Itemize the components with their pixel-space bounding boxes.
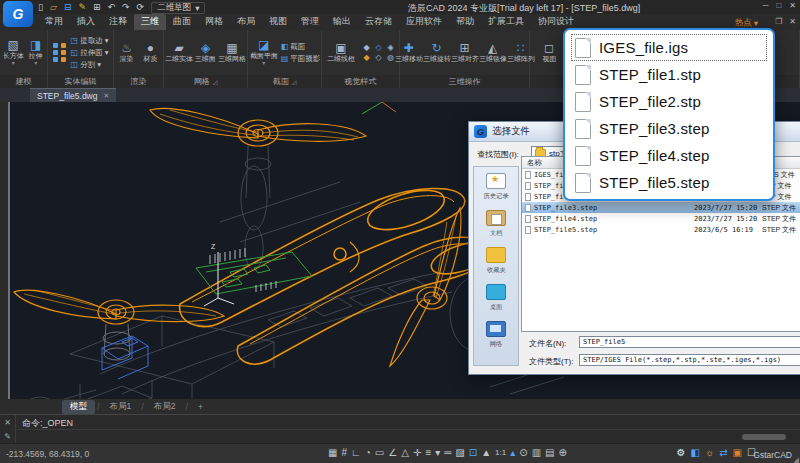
redo-icon[interactable]: ↷ bbox=[122, 3, 130, 12]
visual-style-icon[interactable]: ◇ bbox=[373, 43, 384, 52]
transparency-icon[interactable]: ▨ bbox=[455, 448, 464, 458]
extrude-face-button[interactable]: ◱ 拉伸面 ▾ bbox=[71, 48, 109, 58]
hint-bulb-icon[interactable]: ☼ bbox=[705, 448, 714, 458]
callout-item[interactable]: STEP_file5.step bbox=[571, 169, 767, 196]
callout-item[interactable]: STEP_file3.step bbox=[571, 115, 767, 142]
undo-icon[interactable]: ↶ bbox=[108, 3, 116, 12]
file-row-selected[interactable]: STEP_file3.step 2023/7/27 15:20 STEP 文件 bbox=[522, 202, 800, 213]
tab-annotate[interactable]: 注释 bbox=[102, 14, 134, 30]
close-button[interactable]: ✕ bbox=[789, 1, 796, 10]
model-space-icon[interactable]: ◧ bbox=[691, 448, 700, 458]
tab-express-tools[interactable]: 扩展工具 bbox=[481, 14, 531, 30]
solid-edit-mini-tools[interactable] bbox=[53, 43, 67, 62]
resize-grip-icon[interactable]: ◢ bbox=[794, 456, 799, 463]
callout-item[interactable]: STEP_file2.stp bbox=[571, 88, 767, 115]
command-close-icon[interactable]: ✕ bbox=[4, 418, 11, 427]
tab-view[interactable]: 视图 bbox=[262, 14, 294, 30]
tab-layout1[interactable]: 布局1 bbox=[102, 400, 140, 414]
clean-screen-icon[interactable]: ⊕ bbox=[559, 448, 567, 458]
add-layout-button[interactable]: + bbox=[190, 401, 211, 413]
3d-move-button[interactable]: ✚ 三维移动 bbox=[396, 42, 422, 63]
file-type-combobox[interactable]: STEP/IGES File(*.step,*.stp,*.ste,*.iges… bbox=[579, 354, 800, 366]
tab-home[interactable]: 常用 bbox=[38, 14, 70, 30]
callout-item[interactable]: STEP_file4.step bbox=[571, 142, 767, 169]
dynamic-ucs-icon[interactable]: ≡ bbox=[425, 448, 431, 458]
app-logo[interactable]: G bbox=[3, 1, 33, 27]
annotation-visibility-icon[interactable]: ▲ bbox=[481, 448, 491, 458]
tab-model[interactable]: 模型 bbox=[62, 400, 95, 414]
mdi-close-button[interactable]: ✕ bbox=[789, 17, 796, 26]
annotation-scale-label[interactable]: 1:1 bbox=[495, 449, 506, 457]
display-icon[interactable]: ▣ bbox=[733, 448, 742, 458]
ortho-icon[interactable]: ∟ bbox=[351, 448, 361, 458]
separate-button[interactable]: ◫ 分割 ▾ bbox=[71, 60, 109, 70]
tab-cloud[interactable]: 云存储 bbox=[358, 14, 399, 30]
dialog-launcher-icon[interactable]: ◿ bbox=[292, 78, 297, 85]
materials-button[interactable]: ● 材质 bbox=[140, 42, 162, 63]
render-button[interactable]: ♨ 渲染 bbox=[116, 42, 138, 63]
new-file-icon[interactable]: ▯ bbox=[38, 3, 43, 12]
mdi-restore-button[interactable]: ❐ bbox=[775, 17, 782, 26]
extrude-button[interactable]: ◨ 拉伸 ▾ bbox=[27, 39, 46, 67]
3d-mesh-button[interactable]: ▦ 三维网格 bbox=[219, 42, 245, 63]
3d-object-snap-icon[interactable]: △ bbox=[401, 448, 409, 458]
dialog-launcher-icon[interactable]: ◿ bbox=[213, 78, 218, 85]
quick-properties-icon[interactable]: ▥ bbox=[532, 448, 541, 458]
tab-apps[interactable]: 应用软件 bbox=[399, 14, 449, 30]
visual-style-gallery[interactable]: ◆ ◇ ◈ ◆ ◇ ◍ bbox=[361, 43, 396, 62]
visual-style-icon[interactable]: ◆ bbox=[361, 43, 372, 52]
open-file-icon[interactable]: ▱ bbox=[50, 3, 57, 12]
maximize-button[interactable]: □ bbox=[776, 1, 781, 10]
osnap-tracking-icon[interactable]: ✛ bbox=[413, 448, 421, 458]
snap-icon[interactable]: ▦ bbox=[328, 448, 337, 458]
visual-style-icon[interactable]: ◇ bbox=[373, 53, 384, 62]
callout-item[interactable]: IGES_file.igs bbox=[571, 34, 767, 61]
sync-arrows-icon[interactable]: ⇄ bbox=[719, 448, 727, 458]
grid-icon[interactable]: # bbox=[341, 448, 347, 458]
extract-edges-button[interactable]: ◳ 提取边 ▾ bbox=[71, 36, 109, 46]
place-desktop[interactable]: 桌面 bbox=[486, 284, 506, 312]
3d-face-button[interactable]: ◈ 三维面 bbox=[194, 42, 217, 63]
save-as-icon[interactable]: ✎ bbox=[78, 3, 86, 12]
object-snap-icon[interactable]: ▭ bbox=[375, 448, 384, 458]
section-button[interactable]: ◧ 截面 bbox=[281, 42, 321, 52]
save-icon[interactable]: ⊟ bbox=[64, 3, 72, 12]
2d-solid-button[interactable]: ▰ 二维实体 bbox=[166, 42, 192, 63]
tab-layout[interactable]: 布局 bbox=[230, 14, 262, 30]
selection-cycling-icon[interactable]: ⊡ bbox=[469, 448, 477, 458]
place-history[interactable]: 历史记录 bbox=[482, 173, 510, 201]
tab-output[interactable]: 输出 bbox=[326, 14, 358, 30]
command-resize-grip[interactable] bbox=[742, 434, 786, 440]
angle-snap-icon[interactable]: ∠ bbox=[388, 448, 397, 458]
print-icon[interactable]: ⊞ bbox=[93, 3, 101, 12]
workspace-switcher[interactable]: 二维草图 ▾ bbox=[151, 2, 205, 14]
callout-item[interactable]: STEP_file1.stp bbox=[571, 61, 767, 88]
command-line-panel[interactable]: ✕ ✎ 命令:_OPEN bbox=[0, 414, 800, 443]
settings-gear-icon[interactable]: ⚙ bbox=[677, 448, 686, 458]
polar-tracking-icon[interactable]: ◔ bbox=[365, 448, 371, 458]
close-icon[interactable]: ✕ bbox=[103, 92, 109, 100]
flatshot-button[interactable]: ▤ 平面摄影 bbox=[281, 54, 321, 64]
tab-mesh[interactable]: 网格 bbox=[198, 14, 230, 30]
file-row[interactable]: STEP_file5.step 2023/6/5 16:19 STEP 文件 bbox=[522, 224, 800, 235]
3d-mirror-button[interactable]: ◭ 三维镜像 bbox=[480, 42, 506, 63]
tab-layout2[interactable]: 布局2 bbox=[146, 400, 184, 414]
tab-manage[interactable]: 管理 bbox=[294, 14, 326, 30]
minimize-button[interactable]: ─ bbox=[763, 1, 769, 10]
tab-insert[interactable]: 插入 bbox=[70, 14, 102, 30]
autoscale-icon[interactable]: ▴ bbox=[510, 448, 515, 458]
annotation-monitor-icon[interactable]: ⊙ bbox=[519, 448, 527, 458]
2d-wireframe-button[interactable]: ▣ 二维线框 bbox=[325, 42, 357, 63]
visual-style-icon[interactable]: ◆ bbox=[361, 53, 372, 62]
3d-align-button[interactable]: ⊞ 三维对齐 bbox=[452, 42, 478, 63]
document-tab[interactable]: STEP_file5.dwg ✕ bbox=[30, 88, 116, 102]
visual-style-icon[interactable]: ◈ bbox=[385, 43, 396, 52]
lineweight-icon[interactable]: ═ bbox=[444, 448, 451, 458]
dynamic-input-icon[interactable]: ▾ bbox=[435, 448, 440, 458]
tab-3d[interactable]: 三维 bbox=[134, 14, 166, 30]
file-name-input[interactable] bbox=[579, 336, 800, 348]
3d-rotate-button[interactable]: ↻ 三维旋转 bbox=[424, 42, 450, 63]
tab-help[interactable]: 帮助 bbox=[449, 14, 481, 30]
box-button[interactable]: ▧ 长方体 ▾ bbox=[2, 39, 25, 67]
section-plane-button[interactable]: ◪ 截面平面 ▾ bbox=[249, 39, 279, 67]
